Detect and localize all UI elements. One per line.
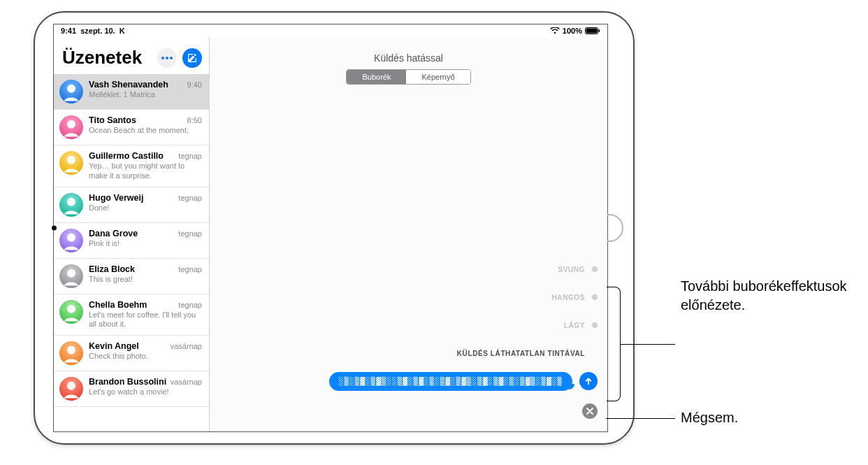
svg-point-10 [67, 197, 75, 206]
effect-label-slam: SVUNG [558, 266, 585, 273]
effect-dot [592, 294, 598, 300]
ellipsis-icon [161, 57, 173, 59]
svg-point-6 [67, 120, 75, 129]
message-detail: Küldés hatással Buborék Képernyő SVUNG H… [210, 37, 607, 431]
segment-screen[interactable]: Képernyő [406, 70, 470, 84]
effects-title: Küldés hatással [210, 52, 607, 64]
svg-point-18 [67, 346, 75, 355]
svg-point-16 [67, 304, 75, 313]
effects-segment[interactable]: Buborék Képernyő [346, 69, 470, 85]
avatar [59, 300, 83, 324]
invisible-ink-bubble: ░▒░▒▓░▒▓▒░░▒▓░▒▓░▒░▒▓░▒▓▒░▒▓░▒▓░▒░▒▓▒░▒▓… [329, 372, 572, 391]
effect-label-gentle: LÁGY [564, 322, 585, 329]
conversation-time: tegnap [178, 301, 202, 309]
status-bar: 9:41 szept. 10. K 100% [54, 24, 607, 37]
conversation-name: Vash Shenavandeh [89, 80, 168, 90]
conversation-name: Eliza Block [89, 264, 135, 274]
conversation-preview: Yep… but you might want to make it a sur… [89, 162, 202, 181]
conversation-name: Kevin Angel [89, 341, 139, 351]
avatar [59, 193, 83, 217]
conversation-time: tegnap [178, 229, 202, 238]
avatar [59, 341, 83, 365]
status-battery-label: 100% [563, 27, 582, 35]
avatar [59, 377, 83, 401]
callout-preview: További buborékeffektusok előnézete. [681, 277, 848, 315]
front-camera [52, 226, 57, 231]
conversation-preview: Done! [89, 203, 202, 213]
status-date: szept. 10. [80, 27, 115, 35]
svg-point-14 [67, 269, 75, 277]
wifi-icon [550, 27, 560, 34]
conversation-name: Chella Boehm [89, 300, 147, 310]
conversation-row[interactable]: Dana Grove tegnap Pink it is! [54, 223, 209, 259]
conversation-preview: This is great! [89, 275, 202, 285]
cancel-button[interactable] [582, 403, 598, 419]
status-time: 9:41 [61, 27, 76, 35]
effect-row-ink[interactable]: KÜLDÉS LÁTHATATLAN TINTÁVAL [276, 339, 598, 367]
effect-label-loud: HANGOS [552, 294, 586, 301]
arrow-up-icon [584, 377, 593, 385]
more-button[interactable] [157, 48, 177, 68]
conversation-time: vasárnap [171, 342, 202, 350]
effect-dot [592, 322, 598, 328]
conversation-name: Hugo Verweij [89, 193, 144, 203]
conversation-time: tegnap [178, 265, 202, 273]
conversation-time: 8:50 [187, 116, 202, 124]
conversation-time: tegnap [178, 152, 202, 160]
conversation-preview: Check this photo. [89, 352, 202, 362]
conversation-row[interactable]: Brandon Bussolini vasárnap Let's go watc… [54, 371, 209, 407]
sidebar-title: Üzenetek [62, 47, 142, 69]
effect-row-slam[interactable]: SVUNG [276, 255, 598, 283]
conversation-time: tegnap [178, 194, 202, 202]
conversation-name: Dana Grove [89, 229, 138, 238]
svg-point-20 [67, 382, 75, 390]
effect-row-gentle[interactable]: LÁGY [276, 311, 598, 339]
close-icon [586, 408, 593, 415]
screen: 9:41 szept. 10. K 100% Üzenetek [53, 24, 608, 432]
send-button[interactable] [579, 372, 598, 390]
avatar [59, 264, 83, 288]
svg-rect-1 [586, 29, 598, 34]
callout-bracket [607, 287, 621, 401]
conversation-time: 9:40 [187, 80, 202, 89]
compose-button[interactable] [182, 48, 202, 68]
avatar [59, 115, 83, 139]
conversation-preview: Let's go watch a movie! [89, 387, 202, 397]
ink-noise-text: ░▒░▒▓░▒▓▒░░▒▓░▒▓░▒░▒▓░▒▓▒░▒▓░▒▓░▒░▒▓▒░▒▓… [339, 377, 563, 386]
conversation-row[interactable]: Guillermo Castillo tegnap Yep… but you m… [54, 145, 209, 187]
conversation-name: Tito Santos [89, 115, 136, 125]
effect-row-ink-bubble: ░▒░▒▓░▒▓▒░░▒▓░▒▓░▒░▒▓░▒▓▒░▒▓░▒▓░▒░▒▓▒░▒▓… [276, 367, 598, 395]
status-day: K [120, 27, 125, 35]
conversation-preview: Ocean Beach at the moment. [89, 126, 202, 136]
conversation-name: Guillermo Castillo [89, 151, 164, 161]
avatar [59, 229, 83, 252]
compose-icon [187, 53, 197, 63]
callout-cancel: Mégsem. [681, 408, 738, 427]
callout-line-cancel [606, 418, 675, 419]
svg-point-4 [67, 85, 75, 93]
conversation-row[interactable]: Chella Boehm tegnap Let's meet for coffe… [54, 294, 209, 336]
conversation-row[interactable]: Tito Santos 8:50 Ocean Beach at the mome… [54, 110, 209, 145]
conversation-preview: Let's meet for coffee. I'll tell you all… [89, 310, 202, 330]
avatar [59, 80, 83, 103]
conversation-row[interactable]: Vash Shenavandeh 9:40 Melléklet: 1 Matri… [54, 74, 209, 110]
svg-rect-2 [599, 29, 600, 32]
conversation-time: vasárnap [171, 378, 202, 386]
segment-bubble[interactable]: Buborék [347, 70, 406, 84]
conversation-row[interactable]: Eliza Block tegnap This is great! [54, 259, 209, 294]
ipad-device-frame: 9:41 szept. 10. K 100% Üzenetek [34, 11, 635, 445]
status-right: 100% [550, 27, 600, 35]
conversation-name: Brandon Bussolini [89, 377, 166, 387]
battery-icon [585, 27, 600, 34]
callout-line-preview [621, 344, 675, 345]
svg-point-12 [67, 233, 75, 241]
sidebar: Üzenetek Vash Shenavandeh 9:40 [54, 37, 210, 431]
conversation-preview: Melléklet: 1 Matrica [89, 90, 202, 100]
conversation-row[interactable]: Hugo Verweij tegnap Done! [54, 187, 209, 223]
effect-dot [592, 266, 598, 272]
effect-row-loud[interactable]: HANGOS [276, 283, 598, 311]
conversation-row[interactable]: Kevin Angel vasárnap Check this photo. [54, 336, 209, 371]
conversation-list[interactable]: Vash Shenavandeh 9:40 Melléklet: 1 Matri… [54, 74, 209, 431]
svg-point-8 [67, 156, 75, 164]
avatar [59, 151, 83, 175]
